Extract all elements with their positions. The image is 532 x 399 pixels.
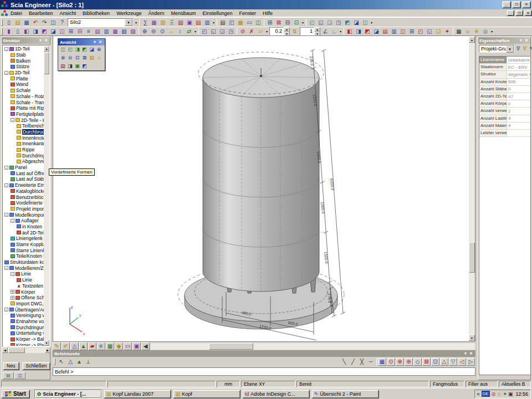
surface-icon[interactable]: ▲: [79, 342, 88, 350]
property-row[interactable]: Anzahl Knoten: 606: [479, 79, 530, 86]
tree-item[interactable]: A Textzeilen: [3, 283, 44, 289]
tree-item[interactable]: Liniengelenk auf: [3, 236, 44, 242]
toolbar-overflow-icon[interactable]: ▾: [265, 29, 269, 33]
tree-item[interactable]: Körper -> Platte/V: [3, 342, 44, 346]
tree-item[interactable]: auf 2D-Teil-Kn: [3, 229, 44, 236]
scroll-up-icon[interactable]: ▲: [469, 37, 475, 43]
snap-intersection-icon[interactable]: ⊕: [405, 358, 413, 366]
draw-line-icon[interactable]: ✎: [53, 342, 61, 350]
palette-menu-icon[interactable]: ▾: [463, 351, 468, 356]
combobox-dropdown-icon[interactable]: ▼: [506, 45, 514, 53]
close-icon[interactable]: ✕: [98, 40, 103, 44]
render-transparent-icon[interactable]: ▥: [102, 27, 111, 35]
delete-selection-icon[interactable]: ⊘: [238, 27, 247, 35]
print-view-icon[interactable]: ▤: [59, 63, 66, 70]
snap-line-icon[interactable]: ⊡: [431, 358, 439, 366]
restore-button[interactable]: ❐: [512, 1, 521, 8]
tree-item[interactable]: Fertigteilplatte: [3, 111, 44, 117]
rectangle-icon[interactable]: ▭: [124, 342, 132, 350]
language-indicator[interactable]: DE: [482, 391, 490, 397]
display-grid-icon[interactable]: ⊟: [75, 27, 84, 35]
menu-item[interactable]: Fenster: [236, 10, 260, 17]
copy-icon[interactable]: ⊞: [265, 18, 274, 27]
new-icon[interactable]: ▯: [4, 18, 13, 27]
opening-tool-icon[interactable]: ▥: [390, 27, 398, 35]
view-top-icon[interactable]: ◫: [59, 46, 66, 53]
tree-item[interactable]: Rippe: [3, 147, 44, 153]
scroll-up-icon[interactable]: ▲: [44, 46, 49, 52]
display-surfaces-icon[interactable]: ◧: [22, 27, 31, 35]
load-scale-spinner[interactable]: 0.2 ▲▼: [269, 27, 290, 35]
viewport-horizontal-scrollbar[interactable]: [151, 343, 475, 350]
taskbar-task-button[interactable]: ✎ Übersicht 2 - Paint: [311, 390, 379, 398]
cut-icon[interactable]: ⊠: [274, 18, 283, 27]
filter-edit-icon[interactable]: ∇: [521, 45, 528, 53]
fit-view-icon[interactable]: ⇄: [185, 27, 193, 35]
neu-button[interactable]: Neu: [3, 362, 19, 370]
tab-layers[interactable]: ◫: [14, 372, 25, 379]
zoom-in-icon[interactable]: ⊕: [140, 27, 149, 35]
paperspace-icon[interactable]: ▭: [245, 18, 254, 27]
tree-item[interactable]: Balken: [3, 58, 44, 64]
snap-nearest-icon[interactable]: ▷: [467, 358, 475, 366]
collapse-icon[interactable]: ◀: [141, 342, 150, 350]
tree-item[interactable]: Schale - Translat: [3, 99, 44, 105]
tree-expand-icon[interactable]: +: [11, 296, 14, 300]
scrollbar-thumb[interactable]: [469, 242, 475, 273]
tree-item[interactable]: Wand: [3, 81, 44, 88]
node-icon[interactable]: △: [70, 342, 79, 350]
line-tool-icon[interactable]: ╲: [340, 357, 349, 366]
tree-item[interactable]: Innenknoten: [3, 135, 44, 141]
palette-menu-icon[interactable]: ▾: [92, 40, 98, 44]
zoom-in-icon[interactable]: ⊕: [59, 54, 66, 62]
network-ok-icon[interactable]: ✦: [503, 391, 507, 397]
results-icon[interactable]: ▥: [158, 18, 167, 27]
document-icon[interactable]: ▥: [203, 18, 212, 27]
save-icon[interactable]: ▦: [22, 18, 31, 27]
mesh-icon[interactable]: ▦: [150, 18, 158, 27]
tree-item[interactable]: Strukturdaten kontrol: [3, 259, 44, 265]
view-window-7-icon[interactable]: ◫: [361, 18, 370, 27]
tree-item[interactable]: Durchdringung: [3, 152, 44, 158]
zoom-all-icon[interactable]: ⊠: [81, 54, 88, 62]
display-axes-icon[interactable]: ⊞: [66, 27, 75, 35]
tree-item[interactable]: Platte: [3, 75, 44, 81]
cutout-tool-icon[interactable]: ◱: [425, 27, 434, 35]
support-tool-icon[interactable]: ◪: [372, 27, 381, 35]
section-view-icon[interactable]: ▨: [129, 27, 137, 35]
tree-item[interactable]: Durchdringung vo: [3, 324, 44, 330]
scroll-left-icon[interactable]: ◀: [2, 347, 8, 353]
snap-perp-icon[interactable]: ◁: [458, 358, 466, 366]
tree-item[interactable]: in Knoten: [3, 224, 44, 230]
snap-grid-toggle-icon[interactable]: ▦: [378, 358, 386, 366]
view-window-5-icon[interactable]: ◩: [343, 18, 352, 27]
undo-icon[interactable]: ↶: [31, 18, 40, 27]
select-surface-icon[interactable]: ▲: [75, 357, 84, 366]
tree-expand-icon[interactable]: +: [11, 290, 14, 294]
selection-icon[interactable]: ▣: [132, 342, 141, 350]
display-supports-icon[interactable]: ◨: [31, 27, 40, 35]
status-cell[interactable]: mm: [217, 381, 240, 387]
tree-item[interactable]: Schale - Rotation: [3, 94, 44, 100]
model-viewport[interactable]: 225.0 1250.0 1000.0 1000.0 1500.0 275.0 …: [53, 35, 475, 342]
property-row[interactable]: Letzter verwen..: [479, 130, 530, 137]
zoom-selection-icon[interactable]: ⊕: [95, 46, 103, 53]
tree-item[interactable]: + Körper: [3, 289, 44, 295]
tree-item[interactable]: - 2D-Teil: [3, 70, 44, 76]
tree-expand-icon[interactable]: -: [11, 219, 14, 223]
schliessen-button[interactable]: Schließen: [22, 362, 51, 370]
toolbar-grip[interactable]: [54, 358, 55, 365]
tree-item[interactable]: Import DWG, DXF: [3, 301, 44, 307]
display-nodes-icon[interactable]: ▮: [4, 27, 13, 35]
eigenschaften-panel-titlebar[interactable]: Eigenschaften ▾ ✕: [478, 37, 530, 44]
tree-item[interactable]: Projekt importiere: [3, 206, 44, 212]
tree-vertical-scrollbar[interactable]: ▲ ▼: [44, 46, 49, 346]
struktur-panel-titlebar[interactable]: Struktur ▾ ✕: [2, 37, 50, 44]
zoom-window-icon[interactable]: ⊙: [158, 27, 167, 35]
status-cell[interactable]: [1, 381, 106, 387]
tree-item[interactable]: Teilbereich: [3, 123, 44, 129]
mirror-tool-icon[interactable]: ✦: [443, 27, 452, 35]
tree-item[interactable]: Innenkante: [3, 141, 44, 147]
snap-node-icon[interactable]: ⊙: [387, 358, 395, 366]
minimize-button[interactable]: _: [502, 1, 511, 8]
